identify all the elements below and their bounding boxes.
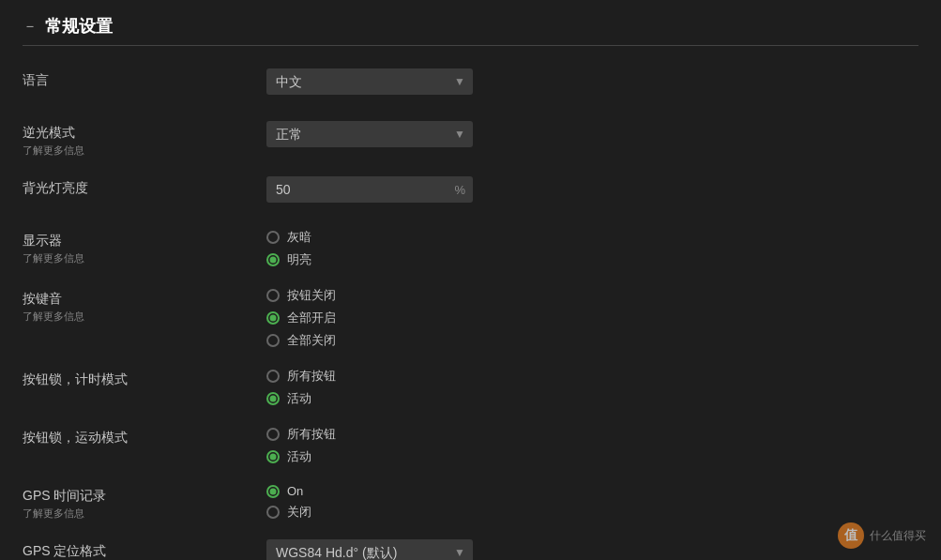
watermark: 值 什么值得买 bbox=[838, 522, 926, 549]
key-lock-timer-radio-label-1: 活动 bbox=[287, 390, 311, 407]
key-lock-timer-option-1[interactable]: 活动 bbox=[266, 390, 918, 407]
key-sound-radio-2 bbox=[266, 334, 280, 347]
gps-time-record-option-1[interactable]: 关闭 bbox=[266, 504, 918, 521]
gps-time-record-radio-label-0: On bbox=[287, 484, 303, 498]
display-row: 显示器 了解更多信息 灰暗 明亮 bbox=[23, 229, 918, 268]
key-sound-label: 按键音 bbox=[23, 291, 266, 308]
gps-position-format-select[interactable]: WGS84 Hd.d° (默认) WGS84 Hd.m° WGS84 Hd.ms… bbox=[266, 539, 473, 560]
backlight-brightness-control-col: % bbox=[266, 176, 918, 203]
backlight-mode-sublabel: 了解更多信息 bbox=[23, 144, 266, 158]
gps-time-record-radio-1 bbox=[266, 506, 280, 519]
language-row: 语言 中文 English 日本語 ▼ bbox=[23, 68, 918, 102]
key-sound-row: 按键音 了解更多信息 按钮关闭 全部开启 全部关闭 bbox=[23, 287, 918, 349]
gps-time-record-row: GPS 时间记录 了解更多信息 On 关闭 bbox=[23, 484, 918, 521]
language-select[interactable]: 中文 English 日本語 bbox=[266, 68, 473, 95]
key-sound-label-col: 按键音 了解更多信息 bbox=[23, 287, 266, 324]
section-header: － 常规设置 bbox=[23, 15, 918, 46]
key-sound-sublabel: 了解更多信息 bbox=[23, 310, 266, 324]
key-lock-sport-radio-0 bbox=[266, 428, 280, 441]
watermark-text: 什么值得买 bbox=[870, 528, 926, 544]
backlight-mode-select[interactable]: 正常 关闭 自动 bbox=[266, 121, 473, 147]
display-label-col: 显示器 了解更多信息 bbox=[23, 229, 266, 265]
key-lock-timer-radio-1 bbox=[266, 392, 280, 405]
key-lock-timer-label-col: 按钮锁，计时模式 bbox=[23, 368, 266, 388]
display-option-1[interactable]: 明亮 bbox=[266, 251, 918, 268]
gps-time-record-sublabel: 了解更多信息 bbox=[23, 507, 266, 521]
key-lock-timer-row: 按钮锁，计时模式 所有按钮 活动 bbox=[23, 368, 918, 407]
key-lock-sport-label: 按钮锁，运动模式 bbox=[23, 430, 266, 446]
backlight-mode-label: 逆光模式 bbox=[23, 125, 266, 142]
display-radio-1 bbox=[266, 253, 280, 266]
backlight-mode-select-wrapper: 正常 关闭 自动 ▼ bbox=[266, 121, 473, 147]
key-lock-timer-control-col: 所有按钮 活动 bbox=[266, 368, 918, 407]
key-lock-sport-control-col: 所有按钮 活动 bbox=[266, 426, 918, 465]
key-lock-sport-row: 按钮锁，运动模式 所有按钮 活动 bbox=[23, 426, 918, 465]
key-lock-sport-option-1[interactable]: 活动 bbox=[266, 448, 918, 465]
key-lock-timer-radio-0 bbox=[266, 370, 280, 383]
gps-time-record-label-col: GPS 时间记录 了解更多信息 bbox=[23, 484, 266, 521]
display-label: 显示器 bbox=[23, 233, 266, 250]
backlight-mode-row: 逆光模式 了解更多信息 正常 关闭 自动 ▼ bbox=[23, 121, 918, 158]
display-radio-label-1: 明亮 bbox=[287, 251, 311, 268]
key-sound-option-1[interactable]: 全部开启 bbox=[266, 310, 918, 326]
gps-position-format-label: GPS 定位格式 bbox=[23, 543, 266, 560]
display-sublabel: 了解更多信息 bbox=[23, 251, 266, 265]
language-select-wrapper: 中文 English 日本語 ▼ bbox=[266, 68, 473, 95]
key-sound-radio-1 bbox=[266, 311, 280, 325]
key-lock-sport-option-0[interactable]: 所有按钮 bbox=[266, 426, 918, 443]
key-lock-timer-option-0[interactable]: 所有按钮 bbox=[266, 368, 918, 385]
backlight-brightness-row: 背光灯亮度 % bbox=[23, 176, 918, 210]
key-lock-sport-radio-label-1: 活动 bbox=[287, 448, 311, 465]
key-lock-sport-radio-1 bbox=[266, 450, 280, 463]
display-radio-0 bbox=[266, 231, 280, 244]
language-label-col: 语言 bbox=[23, 68, 266, 89]
backlight-brightness-input[interactable] bbox=[266, 176, 473, 203]
key-sound-radio-label-1: 全部开启 bbox=[287, 310, 336, 326]
collapse-icon[interactable]: － bbox=[23, 17, 38, 37]
watermark-logo: 值 bbox=[838, 522, 864, 549]
gps-time-record-radio-0 bbox=[266, 485, 280, 498]
gps-time-record-control-col: On 关闭 bbox=[266, 484, 918, 521]
key-lock-timer-radio-label-0: 所有按钮 bbox=[287, 368, 336, 385]
backlight-brightness-label-col: 背光灯亮度 bbox=[23, 176, 266, 197]
language-label: 语言 bbox=[23, 72, 266, 89]
backlight-mode-control-col: 正常 关闭 自动 ▼ bbox=[266, 121, 918, 147]
gps-time-record-radio-label-1: 关闭 bbox=[287, 504, 311, 521]
gps-time-record-label: GPS 时间记录 bbox=[23, 488, 266, 505]
key-lock-sport-label-col: 按钮锁，运动模式 bbox=[23, 426, 266, 446]
settings-page: － 常规设置 语言 中文 English 日本語 ▼ 逆光模式 了解更多信息 bbox=[0, 0, 941, 560]
backlight-brightness-label: 背光灯亮度 bbox=[23, 180, 266, 197]
key-sound-radio-label-0: 按钮关闭 bbox=[287, 287, 336, 304]
gps-position-format-control-col: WGS84 Hd.d° (默认) WGS84 Hd.m° WGS84 Hd.ms… bbox=[266, 539, 918, 560]
key-lock-timer-label: 按钮锁，计时模式 bbox=[23, 371, 266, 388]
key-sound-control-col: 按钮关闭 全部开启 全部关闭 bbox=[266, 287, 918, 349]
gps-position-format-row: GPS 定位格式 了解更多信息 WGS84 Hd.d° (默认) WGS84 H… bbox=[23, 539, 918, 560]
key-sound-radio-label-2: 全部关闭 bbox=[287, 332, 336, 349]
key-sound-option-0[interactable]: 按钮关闭 bbox=[266, 287, 918, 304]
gps-time-record-option-0[interactable]: On bbox=[266, 484, 918, 498]
backlight-brightness-input-wrapper: % bbox=[266, 176, 473, 203]
key-lock-sport-radio-label-0: 所有按钮 bbox=[287, 426, 336, 443]
key-sound-option-2[interactable]: 全部关闭 bbox=[266, 332, 918, 349]
gps-position-format-select-wrapper: WGS84 Hd.d° (默认) WGS84 Hd.m° WGS84 Hd.ms… bbox=[266, 539, 473, 560]
language-control-col: 中文 English 日本語 ▼ bbox=[266, 68, 918, 95]
backlight-mode-label-col: 逆光模式 了解更多信息 bbox=[23, 121, 266, 158]
gps-position-format-label-col: GPS 定位格式 了解更多信息 bbox=[23, 539, 266, 560]
section-title: 常规设置 bbox=[45, 15, 113, 38]
display-option-0[interactable]: 灰暗 bbox=[266, 229, 918, 246]
display-radio-label-0: 灰暗 bbox=[287, 229, 311, 246]
display-control-col: 灰暗 明亮 bbox=[266, 229, 918, 268]
key-sound-radio-0 bbox=[266, 289, 280, 302]
